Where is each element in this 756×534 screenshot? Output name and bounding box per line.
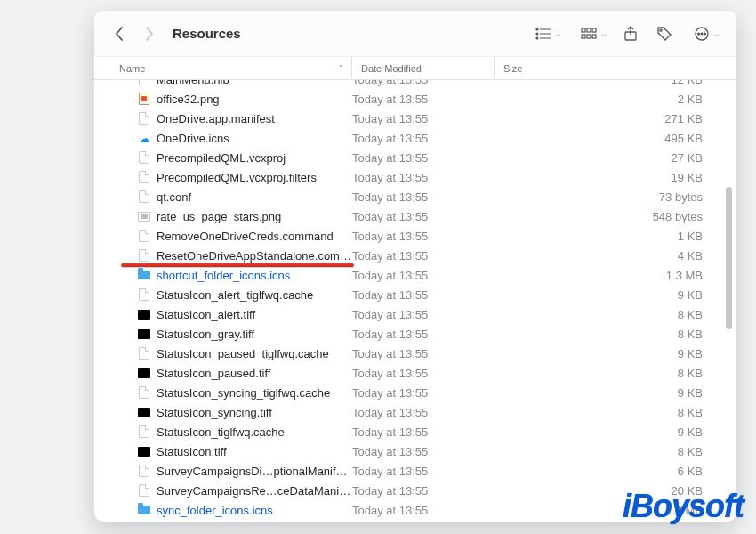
file-date: Today at 13:55 — [352, 132, 495, 145]
generic-file-icon — [139, 171, 149, 183]
file-name: PrecompiledQML.vcxproj — [157, 151, 352, 165]
tag-button[interactable] — [652, 23, 677, 44]
file-date: Today at 13:55 — [352, 328, 495, 341]
highlight-underline — [121, 263, 354, 267]
file-name: StatusIcon_paused_tiglfwq.cache — [157, 347, 352, 360]
file-name: StatusIcon_paused.tiff — [157, 367, 352, 380]
file-row[interactable]: rate_us_page_stars.pngToday at 13:55548 … — [94, 206, 736, 226]
file-row[interactable]: StatusIcon_syncing.tiffToday at 13:558 K… — [94, 402, 736, 422]
toolbar: Resources ⌵ ⌵ — [94, 11, 736, 57]
file-row[interactable]: StatusIcon_tiglfwq.cacheToday at 13:559 … — [94, 422, 736, 441]
column-headers: Name ˄ Date Modified Size — [94, 57, 736, 80]
file-size: 8 KB — [495, 308, 736, 321]
file-row[interactable]: MainMenu.nibToday at 13:5512 KB — [94, 80, 736, 89]
file-row[interactable]: SurveyCampaignsDi…ptionalManifest.omcTod… — [94, 461, 736, 481]
file-name: StatusIcon_alert_tiglfwq.cache — [157, 288, 352, 302]
file-row[interactable]: OneDrive.app.manifestToday at 13:55271 K… — [94, 109, 736, 128]
file-date: Today at 13:55 — [352, 210, 495, 223]
generic-file-icon — [139, 425, 149, 438]
generic-file-icon — [139, 190, 149, 203]
svg-rect-10 — [587, 35, 591, 38]
file-size: 6 KB — [495, 465, 736, 478]
list-view-icon — [531, 23, 556, 44]
generic-file-icon — [139, 288, 149, 301]
file-list[interactable]: MainMenu.nibToday at 13:5512 KBoffice32.… — [94, 80, 736, 522]
file-name: StatusIcon.tiff — [157, 445, 352, 458]
file-size: 495 KB — [495, 132, 736, 145]
file-date: Today at 13:55 — [352, 93, 495, 106]
column-size[interactable]: Size — [495, 57, 736, 79]
svg-rect-9 — [582, 35, 585, 38]
file-row[interactable]: SurveyCampaignsRe…ceDataManifest.omcToda… — [94, 481, 736, 500]
file-row[interactable]: ResetOneDriveAppStandalone.commandToday … — [94, 246, 736, 265]
file-name: RemoveOneDriveCreds.command — [157, 230, 352, 243]
generic-file-icon — [139, 112, 149, 125]
file-date: Today at 13:55 — [352, 288, 495, 302]
file-row[interactable]: ☁OneDrive.icnsToday at 13:55495 KB — [94, 128, 736, 148]
file-row[interactable]: StatusIcon.tiffToday at 13:558 KB — [94, 441, 736, 461]
file-date: Today at 13:55 — [352, 425, 495, 439]
file-date: Today at 13:55 — [352, 190, 495, 204]
file-size: 9 KB — [495, 288, 736, 302]
view-list-control[interactable]: ⌵ — [527, 23, 564, 44]
file-name: StatusIcon_tiglfwq.cache — [157, 425, 352, 439]
cloud-icon: ☁ — [139, 133, 150, 144]
svg-point-17 — [704, 33, 706, 35]
column-size-label: Size — [503, 63, 522, 74]
file-size: 9 KB — [495, 425, 736, 439]
file-name: OneDrive.icns — [157, 132, 352, 145]
file-name: PrecompiledQML.vcxproj.filters — [157, 171, 352, 184]
file-date: Today at 13:55 — [352, 465, 495, 478]
file-row[interactable]: StatusIcon_paused.tiffToday at 13:558 KB — [94, 363, 736, 383]
file-size: 12 KB — [495, 80, 736, 86]
generic-file-icon — [139, 386, 149, 399]
scrollbar-thumb[interactable] — [726, 187, 732, 329]
file-date: Today at 13:55 — [352, 504, 495, 517]
file-name: MainMenu.nib — [157, 80, 352, 86]
file-row[interactable]: shortcut_folder_icons.icnsToday at 13:55… — [94, 265, 736, 285]
file-row[interactable]: StatusIcon_syncing_tiglfwq.cacheToday at… — [94, 383, 736, 402]
file-row[interactable]: StatusIcon_paused_tiglfwq.cacheToday at … — [94, 344, 736, 363]
chevron-down-icon: ⌵ — [601, 29, 606, 38]
generic-file-icon — [139, 347, 149, 360]
forward-button[interactable] — [139, 23, 160, 44]
file-date: Today at 13:55 — [352, 249, 495, 263]
generic-file-icon — [139, 465, 149, 477]
column-date[interactable]: Date Modified — [352, 57, 495, 79]
file-name: sync_folder_icons.icns — [157, 504, 352, 517]
file-row[interactable]: sync_folder_icons.icnsToday at 13:551.3 … — [94, 500, 736, 520]
share-button[interactable] — [618, 23, 643, 44]
tiff-file-icon — [138, 329, 150, 339]
svg-rect-11 — [592, 35, 596, 38]
file-row[interactable]: PrecompiledQML.vcxprojToday at 13:5527 K… — [94, 148, 736, 167]
file-name: StatusIcon_syncing.tiff — [157, 406, 352, 419]
file-row[interactable]: StatusIcon_alert.tiffToday at 13:558 KB — [94, 304, 736, 324]
file-row[interactable]: ThirdPartyNotices.txtToday at 13:5562 — [94, 520, 736, 522]
file-row[interactable]: RemoveOneDriveCreds.commandToday at 13:5… — [94, 226, 736, 246]
tiff-file-icon — [138, 447, 150, 457]
back-button[interactable] — [109, 23, 130, 44]
file-size: 73 bytes — [495, 190, 736, 204]
file-row[interactable]: office32.pngToday at 13:552 KB — [94, 89, 736, 109]
file-name: ResetOneDriveAppStandalone.command — [157, 249, 352, 263]
file-date: Today at 13:55 — [352, 484, 495, 498]
file-name: StatusIcon_gray.tiff — [157, 328, 352, 341]
file-size: 4 KB — [495, 249, 736, 263]
file-row[interactable]: StatusIcon_gray.tiffToday at 13:558 KB — [94, 324, 736, 344]
action-menu[interactable]: ⌵ — [686, 23, 722, 44]
file-date: Today at 13:55 — [352, 367, 495, 380]
svg-point-15 — [698, 33, 700, 35]
svg-point-13 — [660, 28, 662, 30]
chevron-down-icon: ⌵ — [714, 29, 719, 38]
group-by-control[interactable]: ⌵ — [573, 23, 609, 44]
file-date: Today at 13:55 — [352, 308, 495, 321]
generic-file-icon — [139, 484, 149, 497]
svg-point-4 — [536, 37, 538, 39]
file-row[interactable]: StatusIcon_alert_tiglfwq.cacheToday at 1… — [94, 285, 736, 304]
grid-icon — [576, 23, 601, 44]
file-name: SurveyCampaignsDi…ptionalManifest.omc — [157, 465, 352, 478]
file-row[interactable]: PrecompiledQML.vcxproj.filtersToday at 1… — [94, 167, 736, 187]
column-name[interactable]: Name ˄ — [94, 57, 352, 79]
folder-icon — [138, 271, 150, 279]
file-row[interactable]: qt.confToday at 13:5573 bytes — [94, 187, 736, 206]
